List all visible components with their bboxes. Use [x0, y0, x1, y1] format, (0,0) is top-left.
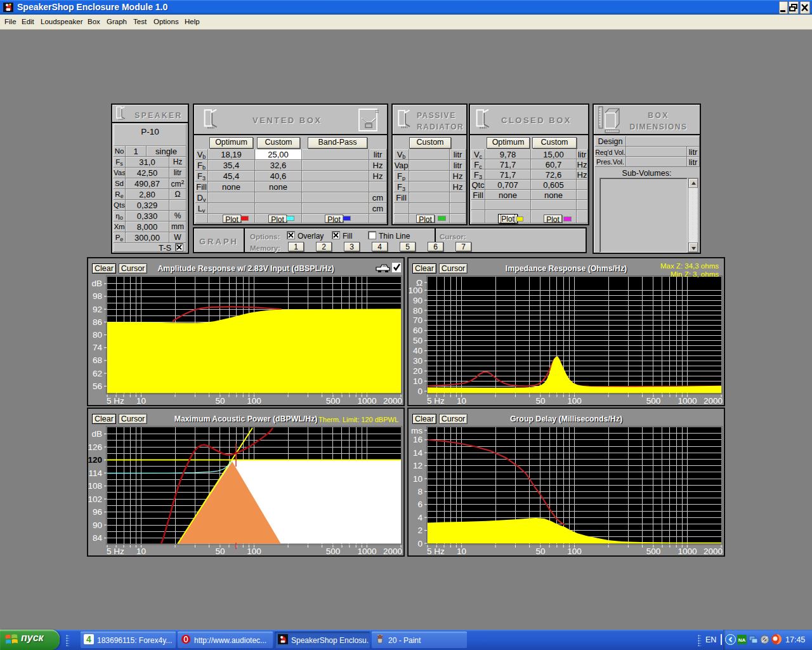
svg-text:5 Hz: 5 Hz — [427, 547, 445, 555]
svg-text:5 Hz: 5 Hz — [427, 396, 445, 405]
svg-text:16: 16 — [413, 435, 422, 444]
svg-text:500: 500 — [646, 547, 661, 555]
svg-text:50: 50 — [535, 547, 545, 555]
svg-text:1000: 1000 — [678, 547, 697, 555]
svg-text:0: 0 — [417, 539, 422, 548]
svg-text:2000: 2000 — [704, 547, 723, 555]
svg-text:70: 70 — [413, 315, 422, 325]
svg-text:12: 12 — [413, 461, 422, 470]
svg-text:10: 10 — [457, 396, 466, 405]
svg-text:30: 30 — [413, 356, 422, 366]
svg-text:6: 6 — [417, 500, 422, 509]
svg-text:80: 80 — [413, 306, 422, 315]
svg-text:90: 90 — [413, 296, 422, 305]
svg-text:10: 10 — [413, 474, 422, 484]
svg-text:0: 0 — [417, 387, 422, 396]
svg-text:10: 10 — [457, 547, 466, 555]
svg-text:500: 500 — [646, 396, 661, 405]
svg-text:1000: 1000 — [678, 396, 697, 405]
svg-text:50: 50 — [413, 336, 422, 345]
svg-text:10: 10 — [413, 376, 422, 386]
svg-text:40: 40 — [413, 346, 422, 355]
svg-text:8: 8 — [417, 487, 422, 496]
svg-text:60: 60 — [413, 326, 422, 335]
svg-text:50: 50 — [535, 396, 545, 405]
svg-text:14: 14 — [413, 448, 423, 458]
svg-text:NA: NA — [738, 637, 746, 643]
svg-text:2: 2 — [417, 526, 422, 535]
svg-text:100: 100 — [567, 547, 582, 555]
svg-text:4: 4 — [417, 513, 422, 522]
svg-text:100: 100 — [408, 286, 422, 295]
svg-text:20: 20 — [413, 366, 422, 376]
svg-text:100: 100 — [567, 396, 582, 405]
svg-text:4: 4 — [86, 634, 91, 644]
svg-text:2000: 2000 — [704, 396, 723, 405]
svg-text:ms: ms — [411, 426, 422, 435]
